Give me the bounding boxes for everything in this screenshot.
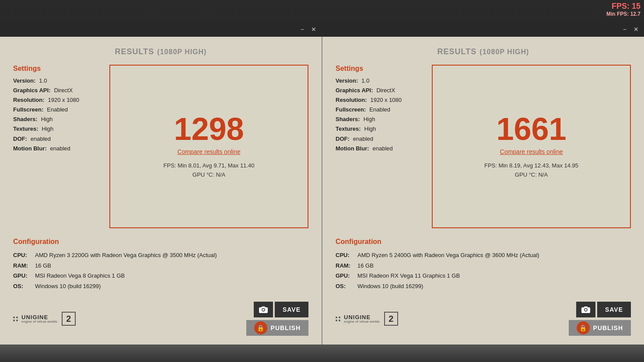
config-label: OS:	[336, 281, 357, 291]
panel-2: − ✕ RESULTS (1080P HIGH) Settings Versio…	[322, 37, 644, 345]
minimize-button-1[interactable]: −	[301, 26, 304, 33]
setting-label: Version:	[13, 76, 39, 86]
unigine-name-group-2: UNIGINE engine of virtual worlds	[344, 314, 380, 324]
camera-button-1[interactable]	[254, 302, 273, 317]
btn-row-top-1: SAVE	[254, 302, 308, 317]
setting-label: Graphics API:	[336, 86, 376, 95]
setting-label: Motion Blur:	[13, 144, 50, 153]
setting-value: 1920 x 1080	[48, 95, 80, 105]
content-row-1: Settings Version: 1.0 Graphics API: Dire…	[13, 65, 308, 228]
setting-textures-1: Textures: High	[13, 124, 101, 134]
setting-label: Fullscreen:	[13, 105, 47, 115]
publish-label-2: PUBLISH	[593, 324, 623, 331]
subtitle-2: (1080P HIGH)	[480, 48, 529, 56]
camera-icon	[259, 306, 268, 313]
setting-label: Version:	[336, 76, 361, 86]
score-box-1: 1298 Compare results online FPS: Min 8.0…	[109, 65, 308, 228]
settings-title-2: Settings	[336, 65, 423, 73]
panel-1-title: RESULTS (1080P HIGH)	[13, 45, 308, 57]
config-title-1: Configuration	[13, 238, 308, 246]
unigine-dots-1	[13, 317, 18, 321]
config-gpu-2: GPU: MSI Radeon RX Vega 11 Graphics 1 GB	[336, 271, 631, 281]
save-button-1[interactable]: SAVE	[275, 302, 308, 317]
settings-section-1: Settings Version: 1.0 Graphics API: Dire…	[13, 65, 101, 228]
publish-button-1[interactable]: 🔒 PUBLISH	[246, 320, 308, 336]
config-os-1: OS: Windows 10 (build 16299)	[13, 281, 308, 291]
config-value: MSI Radeon RX Vega 11 Graphics 1 GB	[357, 271, 460, 281]
compare-link-2[interactable]: Compare results online	[500, 148, 563, 155]
config-label: GPU:	[336, 271, 357, 281]
config-label: CPU:	[13, 250, 35, 260]
config-label: CPU:	[336, 250, 357, 260]
content-row-2: Settings Version: 1.0 Graphics API: Dire…	[336, 65, 631, 228]
config-value: 16 GB	[357, 261, 374, 271]
config-os-2: OS: Windows 10 (build 16299)	[336, 281, 631, 291]
setting-label: Textures:	[336, 124, 364, 134]
settings-table-1: Version: 1.0 Graphics API: DirectX Resol…	[13, 76, 101, 153]
btn-row-top-2: SAVE	[576, 302, 631, 317]
setting-value: enabled	[50, 144, 70, 153]
setting-fs-2: Fullscreen: Enabled	[336, 105, 423, 115]
window-titlebar-2: − ✕	[322, 22, 644, 37]
button-group-1: SAVE 🔒 PUBLISH	[246, 302, 308, 336]
config-label: GPU:	[13, 271, 35, 281]
publish-row-1: 🔒 PUBLISH	[246, 320, 308, 336]
camera-icon-2	[581, 306, 590, 313]
setting-label: Shaders:	[336, 115, 364, 124]
setting-api-1: Graphics API: DirectX	[13, 86, 101, 95]
setting-shaders-1: Shaders: High	[13, 115, 101, 124]
score-number-2: 1661	[496, 113, 566, 145]
setting-label: Resolution:	[13, 95, 48, 105]
config-cpu-1: CPU: AMD Ryzen 3 2200G with Radeon Vega …	[13, 250, 308, 260]
setting-fs-1: Fullscreen: Enabled	[13, 105, 101, 115]
close-button-1[interactable]: ✕	[311, 26, 316, 33]
setting-value: High	[364, 124, 376, 134]
config-value: MSI Radeon Vega 8 Graphics 1 GB	[35, 271, 125, 281]
config-ram-2: RAM: 16 GB	[336, 261, 631, 271]
config-label: RAM:	[336, 261, 357, 271]
fps-value: FPS: 15	[606, 2, 640, 11]
camera-button-2[interactable]	[576, 302, 595, 317]
dot	[336, 320, 337, 321]
unigine-name-group: UNIGINE engine of virtual worlds	[21, 314, 57, 324]
setting-blur-2: Motion Blur: enabled	[336, 144, 423, 153]
setting-res-2: Resolution: 1920 x 1080	[336, 95, 423, 105]
unigine-subtitle: engine of virtual worlds	[21, 320, 57, 324]
bottom-stripe	[0, 345, 644, 362]
setting-value: DirectX	[376, 86, 395, 95]
setting-label: Graphics API:	[13, 86, 54, 95]
save-button-2[interactable]: SAVE	[597, 302, 631, 317]
settings-section-2: Settings Version: 1.0 Graphics API: Dire…	[336, 65, 423, 228]
fps-info-2: FPS: Min 8.19, Avg 12.43, Max 14.95 GPU …	[484, 161, 578, 180]
setting-textures-2: Textures: High	[336, 124, 423, 134]
setting-dof-2: DOF: enabled	[336, 134, 423, 144]
min-fps-value: Min FPS: 12.7	[606, 11, 640, 17]
config-value: AMD Ryzen 5 2400G with Radeon Vega Graph…	[357, 250, 539, 260]
setting-version-1: Version: 1.0	[13, 76, 101, 86]
unigine-version-box: 2	[62, 312, 76, 326]
bottom-bar-1: UNIGINE engine of virtual worlds 2 SAVE	[13, 302, 308, 336]
setting-value: enabled	[31, 134, 51, 144]
config-value: Windows 10 (build 16299)	[35, 281, 101, 291]
dot	[339, 320, 340, 321]
panel-1: − ✕ RESULTS (1080P HIGH) Settings Versio…	[0, 37, 322, 345]
fps-line2-1: GPU °C: N/A	[164, 171, 255, 180]
compare-link-1[interactable]: Compare results online	[178, 148, 241, 155]
dots-row	[336, 320, 340, 321]
fps-info-1: FPS: Min 8.01, Avg 9.71, Max 11.40 GPU °…	[164, 161, 255, 180]
unigine-subtitle-2: engine of virtual worlds	[344, 320, 380, 324]
close-button-2[interactable]: ✕	[634, 26, 639, 33]
settings-title-1: Settings	[13, 65, 101, 73]
setting-label: Textures:	[13, 124, 42, 134]
dot	[336, 317, 337, 318]
fps-line1-1: FPS: Min 8.01, Avg 9.71, Max 11.40	[164, 161, 255, 171]
subtitle-1: (1080P HIGH)	[157, 48, 206, 56]
dot	[16, 320, 18, 321]
minimize-button-2[interactable]: −	[623, 26, 626, 33]
dots-row	[13, 320, 18, 321]
config-section-2: Configuration CPU: AMD Ryzen 5 2400G wit…	[336, 238, 631, 291]
publish-button-2[interactable]: 🔒 PUBLISH	[569, 320, 631, 336]
unigine-logo-2: UNIGINE engine of virtual worlds 2	[336, 312, 398, 326]
setting-value: 1.0	[39, 76, 47, 86]
fps-line2-2: GPU °C: N/A	[484, 171, 578, 180]
